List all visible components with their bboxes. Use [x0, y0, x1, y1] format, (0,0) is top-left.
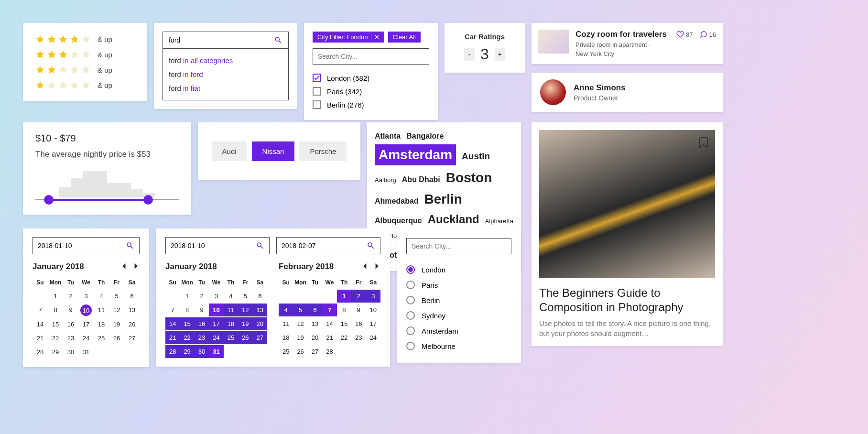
tag-bangalore[interactable]: Bangalore	[406, 131, 444, 141]
close-icon[interactable]: ✕	[371, 33, 380, 41]
day-16[interactable]: 16	[195, 317, 209, 330]
filter-pill-london[interactable]: City Filter: London ✕	[313, 32, 384, 43]
day-24[interactable]: 24	[366, 331, 380, 344]
day-13[interactable]: 13	[253, 304, 267, 316]
day-22[interactable]: 22	[180, 331, 194, 344]
day-6[interactable]: 6	[308, 304, 322, 316]
day-27[interactable]: 27	[253, 331, 267, 344]
clear-all-button[interactable]: Clear All	[388, 32, 421, 43]
listing-card[interactable]: Cozy room for travelers Private room in …	[532, 23, 723, 64]
rating-row-2[interactable]: & up	[35, 65, 135, 75]
day-3[interactable]: 3	[209, 290, 223, 303]
day-5[interactable]: 5	[293, 304, 307, 316]
day-8[interactable]: 8	[337, 304, 351, 316]
tag-amsterdam[interactable]: Amsterdam	[375, 144, 456, 165]
day-31[interactable]: 31	[209, 345, 223, 358]
day-4[interactable]: 4	[224, 290, 238, 303]
day-10[interactable]: 10	[78, 304, 94, 317]
day-27[interactable]: 27	[308, 345, 322, 358]
bookmark-icon[interactable]	[697, 135, 710, 150]
day-14[interactable]: 14	[33, 318, 48, 331]
day-23[interactable]: 23	[351, 331, 366, 344]
day-8[interactable]: 8	[180, 304, 194, 316]
day-13[interactable]: 13	[124, 304, 140, 317]
increment-button[interactable]: +	[495, 48, 505, 61]
day-29[interactable]: 29	[48, 346, 63, 358]
day-9[interactable]: 9	[351, 304, 366, 316]
day-2[interactable]: 2	[195, 290, 209, 303]
radio-london[interactable]: London	[406, 262, 511, 277]
day-22[interactable]: 22	[337, 331, 351, 344]
day-28[interactable]: 28	[322, 345, 336, 358]
day-1[interactable]: 1	[337, 290, 351, 303]
rating-row-4[interactable]: & up	[35, 34, 135, 44]
day-1[interactable]: 1	[180, 290, 194, 303]
day-17[interactable]: 17	[366, 317, 380, 330]
day-15[interactable]: 15	[180, 317, 194, 330]
day-30[interactable]: 30	[195, 345, 209, 358]
day-2[interactable]: 2	[63, 290, 78, 303]
suggestion-0[interactable]: ford in all categories	[169, 54, 282, 67]
day-9[interactable]: 9	[63, 304, 78, 317]
day-21[interactable]: 21	[322, 331, 336, 344]
day-7[interactable]: 7	[322, 304, 336, 316]
radio-paris[interactable]: Paris	[406, 277, 511, 293]
day-23[interactable]: 23	[195, 331, 209, 344]
date-input-end[interactable]	[276, 237, 380, 254]
search-input-wrap[interactable]	[163, 32, 289, 49]
date-input-start[interactable]	[165, 237, 270, 254]
toggle-audi[interactable]: Audi	[212, 141, 247, 161]
rating-row-3[interactable]: & up	[35, 50, 135, 59]
day-3[interactable]: 3	[78, 290, 94, 303]
rating-row-1[interactable]: & up	[35, 80, 135, 90]
day-28[interactable]: 28	[33, 346, 48, 358]
day-6[interactable]: 6	[253, 290, 267, 303]
day-1[interactable]: 1	[48, 290, 63, 303]
day-20[interactable]: 20	[124, 318, 140, 331]
day-22[interactable]: 22	[48, 332, 63, 345]
day-2[interactable]: 2	[351, 290, 366, 303]
day-20[interactable]: 20	[253, 317, 267, 330]
suggestion-1[interactable]: ford in ford	[169, 67, 282, 81]
day-13[interactable]: 13	[308, 317, 322, 330]
tag-abu dhabi[interactable]: Abu Dhabi	[402, 174, 440, 185]
city-check-2[interactable]: Berlin (276)	[313, 98, 429, 111]
tag-aalborg[interactable]: Aalborg	[375, 176, 396, 184]
toggle-nissan[interactable]: Nissan	[252, 141, 295, 161]
date-field-start[interactable]	[171, 242, 256, 250]
day-12[interactable]: 12	[109, 304, 124, 317]
day-11[interactable]: 11	[279, 317, 293, 330]
day-21[interactable]: 21	[33, 332, 48, 345]
day-23[interactable]: 23	[63, 332, 78, 345]
comments-count[interactable]: 16	[700, 31, 716, 38]
day-20[interactable]: 20	[308, 331, 322, 344]
prev-month-button[interactable]	[120, 262, 128, 271]
day-25[interactable]: 25	[279, 345, 293, 358]
day-12[interactable]: 12	[293, 317, 307, 330]
day-4[interactable]: 4	[279, 304, 293, 316]
day-19[interactable]: 19	[109, 318, 124, 331]
next-month-button[interactable]	[373, 262, 380, 271]
search-input[interactable]	[169, 36, 274, 44]
tag-austin[interactable]: Austin	[462, 150, 490, 163]
tag-alpharetta[interactable]: Alpharetta	[485, 217, 513, 226]
city-check-1[interactable]: Paris (342)	[313, 85, 429, 98]
day-7[interactable]: 7	[165, 304, 180, 316]
slider-handle-max[interactable]	[143, 195, 153, 205]
day-16[interactable]: 16	[351, 317, 366, 330]
day-15[interactable]: 15	[337, 317, 351, 330]
day-30[interactable]: 30	[63, 346, 78, 358]
radio-melbourne[interactable]: Melbourne	[406, 338, 511, 354]
day-16[interactable]: 16	[63, 318, 78, 331]
tag-albuquerque[interactable]: Albuquerque	[375, 216, 422, 226]
day-3[interactable]: 3	[366, 290, 380, 303]
day-15[interactable]: 15	[48, 318, 63, 331]
radio-amsterdam[interactable]: Amsterdam	[406, 323, 511, 338]
day-17[interactable]: 17	[209, 317, 223, 330]
radio-sydney[interactable]: Sydney	[406, 308, 511, 323]
day-25[interactable]: 25	[94, 332, 109, 345]
day-14[interactable]: 14	[165, 317, 180, 330]
radio-berlin[interactable]: Berlin	[406, 293, 511, 308]
day-5[interactable]: 5	[238, 290, 252, 303]
day-7[interactable]: 7	[33, 304, 48, 317]
